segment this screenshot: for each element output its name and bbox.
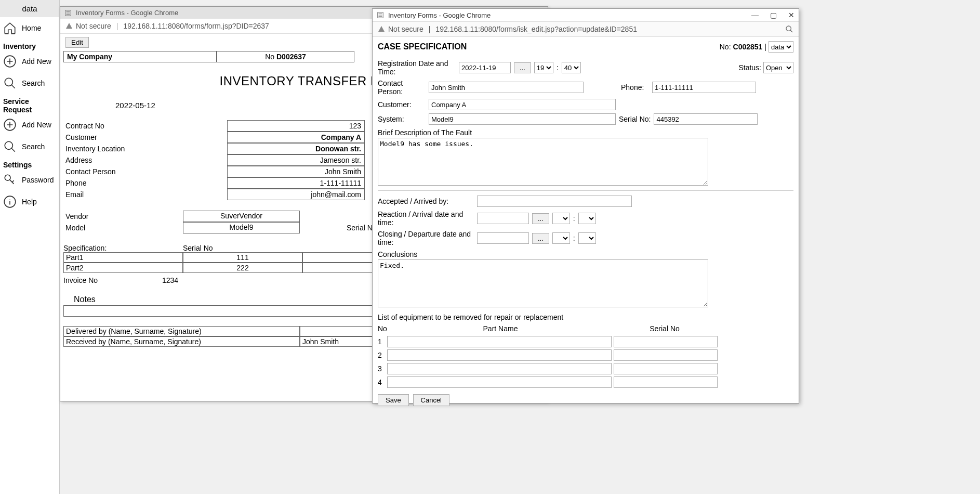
url-2[interactable]: 192.168.1.11:8080/forms/isk_edit.jsp?act… xyxy=(435,25,637,33)
reaction-date-input[interactable] xyxy=(477,213,529,224)
cancel-button[interactable]: Cancel xyxy=(413,394,449,406)
closing-date-input[interactable] xyxy=(477,232,529,244)
serial-no-input[interactable] xyxy=(614,349,718,361)
status-label: Status: xyxy=(738,63,761,72)
document-icon xyxy=(377,11,384,19)
data-select[interactable]: data xyxy=(769,41,793,53)
serial-col-label: Serial No xyxy=(183,244,302,252)
accepted-by-label: Accepted / Arrived by: xyxy=(378,197,474,205)
contact-person-value: John Smith xyxy=(227,166,365,177)
maximize-button[interactable]: ▢ xyxy=(770,11,777,19)
warning-icon xyxy=(378,25,385,33)
close-button[interactable]: ✕ xyxy=(788,11,794,19)
reaction-hour-select[interactable] xyxy=(552,213,570,224)
window-case-spec: Inventory Forms - Google Chrome — ▢ ✕ No… xyxy=(372,8,799,404)
sidebar-item-home[interactable]: Home xyxy=(0,17,59,39)
sidebar: data Home Inventory Add New Search Servi… xyxy=(0,0,60,494)
part-name-input[interactable] xyxy=(387,336,612,347)
contact-input[interactable] xyxy=(429,82,584,93)
reg-min-select[interactable]: 40 xyxy=(562,62,581,73)
equipment-row: 4 xyxy=(378,375,793,389)
security-indicator-1[interactable]: Not secure xyxy=(65,22,111,30)
reaction-min-select[interactable] xyxy=(578,213,596,224)
equipment-row: 2 xyxy=(378,348,793,362)
equip-col-partname: Part Name xyxy=(388,324,613,333)
inventory-location-label: Inventory Location xyxy=(63,143,227,154)
document-icon xyxy=(64,9,72,17)
equip-row-index: 1 xyxy=(378,337,385,346)
time-colon: : xyxy=(573,234,575,242)
reg-hour-select[interactable]: 19 xyxy=(534,62,553,73)
vendor-value: SuverVendor xyxy=(183,211,300,222)
window-title-1: Inventory Forms - Google Chrome xyxy=(76,9,178,17)
serial-no-input[interactable] xyxy=(614,363,718,374)
reaction-date-picker-button[interactable]: ... xyxy=(532,213,549,224)
equipment-row: 3 xyxy=(378,362,793,375)
closing-time-label: Closing / Departure date and time: xyxy=(378,230,474,246)
phone-label-2: Phone: xyxy=(621,83,649,92)
spec-col-label: Specification: xyxy=(63,244,183,252)
sidebar-item-help[interactable]: Help xyxy=(0,191,59,213)
fault-desc-textarea[interactable] xyxy=(378,138,708,186)
svg-point-3 xyxy=(5,141,12,149)
invoice-no-label: Invoice No xyxy=(63,276,162,284)
fault-desc-label: Brief Description of The Fault xyxy=(378,126,793,138)
equip-col-no: No xyxy=(378,324,388,333)
case-spec-title: CASE SPECIFICATION xyxy=(378,42,467,51)
time-colon: : xyxy=(573,214,575,223)
section-settings: Settings xyxy=(0,158,59,169)
part-name-input[interactable] xyxy=(387,363,612,374)
system-input[interactable] xyxy=(429,113,616,125)
accepted-by-input[interactable] xyxy=(477,196,632,207)
separator: | xyxy=(764,43,766,51)
sidebar-item-inventory-search[interactable]: Search xyxy=(0,72,59,94)
sidebar-item-inventory-add[interactable]: Add New xyxy=(0,50,59,72)
serial-no-input[interactable] xyxy=(614,376,718,388)
equipment-table-header: No Part Name Serial No xyxy=(378,322,793,335)
closing-date-picker-button[interactable]: ... xyxy=(532,233,549,244)
sidebar-item-service-add[interactable]: Add New xyxy=(0,114,59,136)
addressbar-2[interactable]: Not secure | 192.168.1.11:8080/forms/isk… xyxy=(373,22,799,37)
spec-name: Part1 xyxy=(63,252,183,263)
minimize-button[interactable]: — xyxy=(751,11,759,19)
delivered-by-label: Delivered by (Name, Surname, Signature) xyxy=(63,326,300,336)
serial-no-input[interactable] xyxy=(614,336,718,347)
reg-date-input[interactable] xyxy=(459,62,511,73)
part-name-input[interactable] xyxy=(387,376,612,388)
equip-col-serial: Serial No xyxy=(613,324,717,333)
serial-label-2: Serial No: xyxy=(619,115,651,123)
search-icon xyxy=(3,140,17,153)
titlebar-2[interactable]: Inventory Forms - Google Chrome — ▢ ✕ xyxy=(373,9,799,22)
invoice-no-value: 1234 xyxy=(162,276,178,284)
conclusions-textarea[interactable] xyxy=(378,259,708,307)
sidebar-item-password[interactable]: Password xyxy=(0,169,59,191)
plus-circle-icon xyxy=(3,118,17,132)
date-picker-button[interactable]: ... xyxy=(514,62,531,73)
url-1[interactable]: 192.168.1.11:8080/forms/form.jsp?DID=263… xyxy=(123,22,269,30)
serial-input[interactable] xyxy=(654,113,758,125)
brand-label: data xyxy=(0,0,59,17)
part-name-input[interactable] xyxy=(387,349,612,361)
edit-button[interactable]: Edit xyxy=(65,37,89,48)
security-indicator-2[interactable]: Not secure xyxy=(378,25,423,33)
closing-min-select[interactable] xyxy=(578,232,596,244)
status-select[interactable]: Open xyxy=(763,62,793,73)
sidebar-item-service-search[interactable]: Search xyxy=(0,136,59,158)
customer-input[interactable] xyxy=(429,99,616,110)
home-icon xyxy=(3,21,17,35)
contract-no-label: Contract No xyxy=(63,120,227,132)
system-label: System: xyxy=(378,115,426,123)
search-icon[interactable] xyxy=(785,25,793,33)
warning-icon xyxy=(65,22,73,30)
conclusions-label: Conclusions xyxy=(378,248,793,259)
phone-input[interactable] xyxy=(652,82,756,93)
contract-no-value: 123 xyxy=(227,120,365,132)
closing-hour-select[interactable] xyxy=(552,232,570,244)
serial-label-partial: Serial N xyxy=(300,222,373,233)
phone-label: Phone xyxy=(63,177,227,189)
save-button[interactable]: Save xyxy=(378,394,409,406)
time-colon: : xyxy=(557,63,559,72)
section-service: Service Request xyxy=(0,94,59,114)
plus-circle-icon xyxy=(3,55,17,68)
add-new-label: Add New xyxy=(22,57,51,66)
